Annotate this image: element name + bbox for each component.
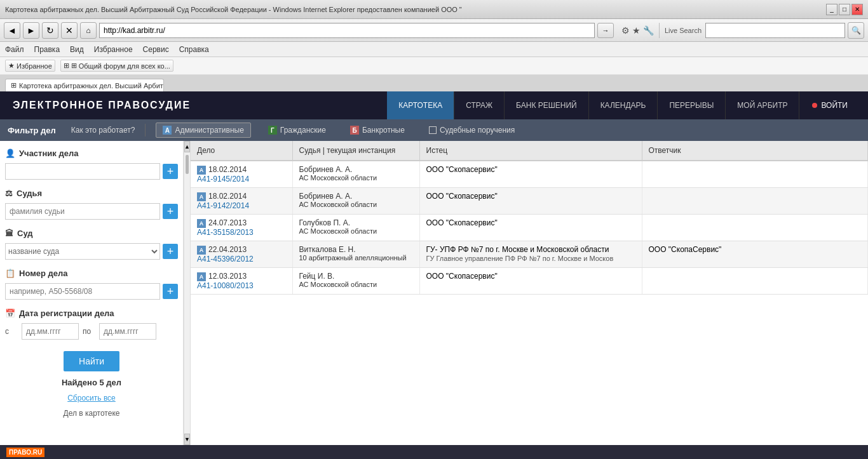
nav-tab-pereryvy[interactable]: ПЕРЕРЫВЫ (658, 91, 726, 119)
judge-label: Судья (17, 189, 42, 198)
case-number-section: 📋 Номер дела + (5, 266, 178, 300)
defendant-cell (642, 161, 868, 188)
close-button[interactable]: ✕ (851, 4, 863, 15)
case-number-input-row: + (5, 283, 178, 300)
participant-add-button[interactable]: + (163, 164, 178, 179)
judge-cell: Бобринев А. А. АС Московской области (292, 161, 419, 188)
case-date: А24.07.2013 (197, 218, 286, 228)
home-button[interactable]: ⌂ (80, 22, 97, 39)
scroll-thumb[interactable] (186, 155, 189, 174)
bankrupt-icon: Б (350, 126, 359, 135)
plaintiff-name: ООО "Скопасервис" (426, 165, 498, 174)
reset-all-link[interactable]: Сбросить все (5, 394, 178, 402)
live-search-input[interactable] (705, 23, 845, 38)
defendant-cell (642, 188, 868, 215)
address-bar[interactable] (99, 23, 595, 38)
judge-name: Виткалова Е. Н. (299, 245, 413, 254)
go-button[interactable]: → (597, 23, 614, 38)
search-button[interactable]: Найти (64, 351, 119, 371)
search-button[interactable]: 🔍 (848, 22, 864, 39)
case-number-link[interactable]: А41-9142/2014 (197, 201, 249, 210)
case-number-link[interactable]: А41-10080/2013 (197, 281, 254, 290)
menu-help[interactable]: Справка (179, 45, 209, 54)
case-number-link[interactable]: А41-9145/2014 (197, 175, 249, 183)
calendar-icon: 📅 (5, 309, 15, 318)
case-type-icon: А (197, 166, 206, 175)
participant-input[interactable] (5, 163, 160, 180)
sub-tab-civil-label: Гражданские (280, 126, 326, 135)
favorites-bar: ★ Избранное ⊞ ⊞ Общий форум для всех ко.… (0, 57, 868, 75)
filter-scrollbar[interactable]: ▲ ▼ (184, 141, 190, 445)
found-count: Найдено 5 дел (5, 378, 178, 387)
nav-tabs: КАРТОТЕКА СТРАЖ БАНК РЕШЕНИЙ КАЛЕНДАРЬ П… (387, 91, 799, 119)
menu-favorites[interactable]: Избранное (94, 45, 133, 54)
login-status-dot (812, 103, 817, 108)
forum-link[interactable]: ⊞ ⊞ Общий форум для всех ко... (60, 60, 173, 72)
tab-bar: ⊞ Картотека арбитражных дел. Высший Арби… (0, 75, 868, 91)
date-from-input[interactable] (22, 323, 79, 340)
case-number-add-button[interactable]: + (163, 284, 178, 299)
case-date: А18.02.2014 (197, 165, 286, 175)
plaintiff-name: ООО "Скопасервис" (426, 218, 498, 227)
sub-tab-court-orders[interactable]: Судебные поручения (422, 123, 522, 138)
plaintiff-cell: ООО "Скопасервис" (419, 188, 642, 215)
table-row: А18.02.2014 А41-9142/2014 Бобринев А. А.… (191, 188, 868, 215)
sub-tab-admin[interactable]: А Административные (156, 123, 250, 138)
nav-tab-calendar[interactable]: КАЛЕНДАРЬ (589, 91, 658, 119)
sub-tab-civil[interactable]: Г Гражданские (261, 123, 333, 138)
nav-tab-kartoteka[interactable]: КАРТОТЕКА (387, 91, 454, 119)
how-it-works-link[interactable]: Как это работает? (71, 126, 135, 135)
scroll-down-button[interactable]: ▼ (184, 434, 190, 445)
browser-toolbar: ◄ ► ↻ ✕ ⌂ → ⚙ ★ 🔧 Live Search 🔍 (0, 19, 868, 42)
favorites-label: Избранное (17, 62, 52, 70)
stop-button[interactable]: ✕ (61, 22, 78, 39)
tab-favicon: ⊞ (11, 81, 17, 90)
refresh-button[interactable]: ↻ (42, 22, 58, 39)
participant-label: Участник дела (19, 149, 78, 158)
in-kartoteka-label: Дел в картотеке (5, 409, 178, 418)
maximize-button[interactable]: □ (839, 4, 850, 15)
menu-view[interactable]: Вид (70, 45, 84, 54)
tools-icon: 🔧 (643, 25, 654, 36)
sub-tab-bankrupt[interactable]: Б Банкротные (343, 123, 412, 138)
live-search-label: Live Search (665, 27, 702, 34)
browser-tab-0[interactable]: ⊞ Картотека арбитражных дел. Высший Арби… (5, 79, 164, 91)
case-type-icon: А (197, 192, 206, 201)
nav-tab-bank[interactable]: БАНК РЕШЕНИЙ (505, 91, 589, 119)
case-number-link[interactable]: А41-35158/2013 (197, 228, 254, 237)
case-number-input[interactable] (5, 283, 160, 300)
case-cell: А24.07.2013 А41-35158/2013 (191, 215, 292, 241)
nav-tab-strazh[interactable]: СТРАЖ (454, 91, 505, 119)
date-header: 📅 Дата регистрации дела (5, 306, 178, 321)
filter-panel: 👤 Участник дела + ⚖ Судья (0, 141, 184, 445)
judge-section: ⚖ Судья + (5, 186, 178, 220)
menu-edit[interactable]: Правка (34, 45, 60, 54)
forward-button[interactable]: ► (23, 22, 39, 39)
case-cell: А18.02.2014 А41-9145/2014 (191, 161, 292, 188)
minimize-button[interactable]: _ (826, 4, 837, 15)
judge-input[interactable] (5, 203, 160, 220)
login-label[interactable]: ВОЙТИ (821, 101, 848, 110)
judge-add-button[interactable]: + (163, 204, 178, 219)
menu-file[interactable]: Файл (5, 45, 24, 54)
nav-tab-moy-arbitr[interactable]: МОЙ АРБИТР (726, 91, 799, 119)
case-number-link[interactable]: А41-45396/2012 (197, 255, 254, 263)
plaintiff-cell: ООО "Скопасервис" (419, 215, 642, 241)
back-button[interactable]: ◄ (4, 22, 20, 39)
judge-cell: Бобринев А. А. АС Московской области (292, 188, 419, 215)
judge-name: Бобринев А. А. (299, 192, 413, 201)
court-select[interactable]: название суда (5, 243, 160, 260)
results-table: Дело Судья | текущая инстанция Истец Отв… (191, 141, 868, 295)
plaintiff-detail: ГУ Главное управление ПФ РФ №7 по г. Мос… (426, 255, 614, 262)
court-add-button[interactable]: + (163, 244, 178, 259)
date-to-input[interactable] (99, 323, 156, 340)
participant-input-row: + (5, 163, 178, 180)
judge-header: ⚖ Судья (5, 186, 178, 201)
court-building-icon: 🏛 (5, 229, 13, 238)
favorites-button[interactable]: ★ Избранное (5, 60, 55, 72)
menu-tools[interactable]: Сервис (143, 45, 169, 54)
forum-icon2: ⊞ (71, 62, 77, 70)
scroll-up-button[interactable]: ▲ (184, 141, 190, 152)
sub-tab-admin-label: Административные (175, 126, 243, 135)
window-controls: _ □ ✕ (826, 4, 863, 15)
